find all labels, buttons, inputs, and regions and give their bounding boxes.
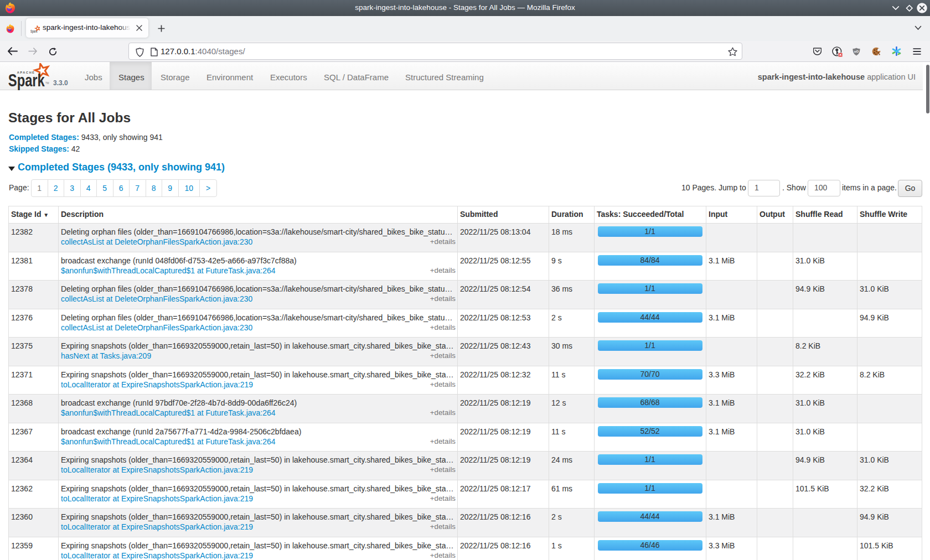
- svg-text:uO: uO: [854, 50, 859, 53]
- svg-text:APACHE: APACHE: [17, 71, 35, 74]
- svg-text:TM: TM: [45, 82, 49, 85]
